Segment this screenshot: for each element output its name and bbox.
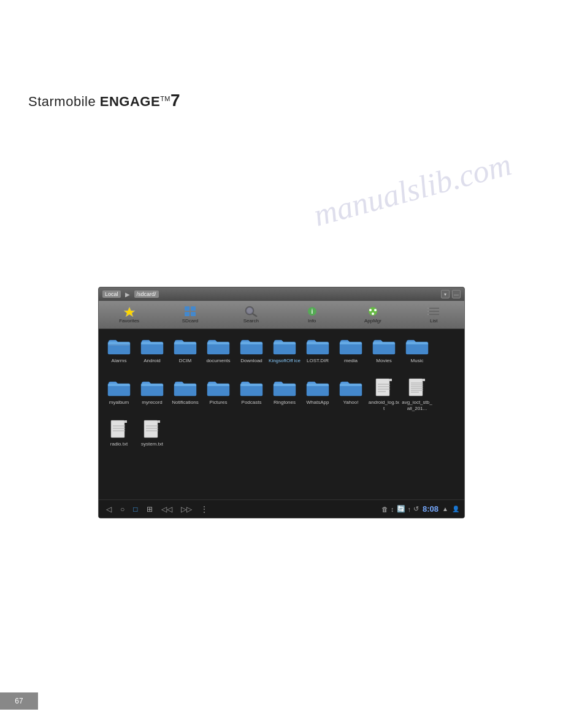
file-label: media (344, 358, 358, 364)
recent-nav-icon[interactable]: □ (131, 504, 140, 515)
svg-point-12 (374, 309, 377, 311)
file-item-pictures[interactable]: Pictures (202, 376, 235, 417)
txt-file-icon (109, 420, 129, 439)
sdcard-icon (183, 306, 197, 317)
file-label: Podcasts (242, 400, 262, 406)
folder-icon (240, 336, 263, 356)
delete-icon[interactable]: 🗑 (381, 506, 388, 513)
up-icon[interactable]: ↑ (408, 506, 412, 513)
svg-rect-2 (191, 306, 196, 311)
file-item-music[interactable]: Music (400, 334, 434, 376)
file-manager-window: Local ▶ /sdcard/ ▾ — Favorites (98, 287, 465, 518)
path-local[interactable]: Local (102, 290, 121, 298)
file-item-android[interactable]: Android (136, 334, 169, 376)
folder-icon (140, 336, 164, 356)
refresh-icon[interactable]: ↺ (413, 505, 419, 513)
file-label: Alarms (112, 358, 127, 364)
folder-icon (405, 336, 429, 356)
path-sdcard[interactable]: /sdcard/ (134, 290, 159, 298)
svg-rect-17 (427, 308, 429, 309)
grid-nav-icon[interactable]: ⊞ (144, 504, 155, 515)
file-item-documents[interactable]: documents (202, 334, 235, 376)
file-label: DCIM (179, 358, 191, 364)
toolbar-search[interactable]: Search (232, 306, 269, 324)
txt-file-icon (407, 378, 427, 398)
toolbar-sdcard[interactable]: SDcard (172, 306, 209, 324)
svg-rect-22 (389, 379, 392, 381)
file-item-lostdir[interactable]: LOST.DIR (301, 334, 334, 376)
file-item-myalbum[interactable]: myalbum (102, 376, 136, 417)
folder-icon (372, 336, 396, 356)
file-item-yahoo[interactable]: Yahoo! (334, 376, 367, 417)
toolbar-list[interactable]: List (415, 306, 452, 324)
txt-file-icon (373, 378, 394, 398)
appmgr-label: AppMgr (364, 318, 381, 324)
user-icon: 👤 (452, 506, 459, 512)
brand-name: Starmobile (28, 94, 96, 109)
file-item-whatsapp[interactable]: WhatsApp (301, 376, 334, 417)
info-label: Info (308, 318, 316, 324)
svg-rect-19 (427, 314, 429, 315)
toolbar-appmgr[interactable]: AppMgr (354, 306, 391, 324)
back-nav-icon[interactable]: ◁ (104, 504, 114, 515)
list-label: List (430, 318, 437, 324)
folder-icon (339, 378, 362, 398)
file-label: myalbum (109, 400, 129, 406)
svg-rect-36 (111, 420, 124, 438)
toolbar-info[interactable]: i Info (294, 306, 331, 324)
dropdown-btn[interactable]: ▾ (441, 290, 450, 298)
file-label: system.txt (141, 441, 163, 447)
file-item-avgioct[interactable]: avg_ioct_stb_all_201... (400, 376, 434, 417)
folder-icon (174, 336, 197, 356)
file-item-androidlog[interactable]: android_log.txt (367, 376, 400, 417)
file-item-dcim[interactable]: DCIM (169, 334, 202, 376)
file-item-systemtxt[interactable]: system.txt (136, 417, 169, 459)
file-label: android_log.txt (368, 400, 400, 411)
file-item-radiotxt[interactable]: radio.txt (102, 417, 136, 459)
favorites-icon (123, 306, 136, 317)
folder-icon (273, 336, 296, 356)
toolbar-favorites[interactable]: Favorites (111, 306, 148, 324)
upload-icon[interactable]: ↕ (391, 506, 394, 513)
menu-nav-icon[interactable]: ⋮ (198, 504, 210, 515)
file-item-movies[interactable]: Movies (367, 334, 400, 376)
folder-icon (273, 378, 296, 398)
folder-icon (207, 378, 230, 398)
file-label: Notifications (172, 400, 199, 406)
svg-text:i: i (311, 308, 313, 315)
svg-marker-0 (124, 307, 135, 317)
list-icon (427, 306, 440, 317)
file-item-kingsoftoffice[interactable]: KingsoftOff ice (268, 334, 301, 376)
file-label: radio.txt (110, 441, 128, 447)
file-item-notifications[interactable]: Notifications (169, 376, 202, 417)
folder-icon (207, 336, 230, 356)
file-label: Movies (376, 358, 391, 364)
file-label: myrecord (142, 400, 162, 406)
file-item-media[interactable]: media (334, 334, 367, 376)
file-item-alarms[interactable]: Alarms (102, 334, 136, 376)
svg-point-11 (369, 309, 372, 311)
folder-icon (107, 336, 131, 356)
sync-icon[interactable]: 🔄 (397, 505, 405, 513)
title-bar-path: Local ▶ /sdcard/ (102, 290, 439, 298)
file-item-podcasts[interactable]: Podcasts (235, 376, 268, 417)
file-item-ringtones[interactable]: Ringtones (268, 376, 301, 417)
prev-nav-icon[interactable]: ◁◁ (159, 504, 175, 515)
txt-file-icon (142, 420, 163, 439)
next-nav-icon[interactable]: ▷▷ (178, 504, 194, 515)
brand-title: Starmobile ENGAGETM7 (28, 91, 180, 110)
brand-model: 7 (170, 91, 180, 110)
folder-icon (107, 378, 131, 398)
file-item-download[interactable]: Download (235, 334, 268, 376)
appmgr-icon (366, 306, 380, 317)
file-label: documents (206, 358, 230, 364)
file-label: LOST.DIR (307, 358, 329, 364)
home-nav-icon[interactable]: ○ (118, 504, 127, 515)
svg-rect-27 (409, 379, 423, 396)
sdcard-label: SDcard (182, 318, 199, 324)
watermark: manualslib.com (310, 146, 515, 233)
svg-rect-44 (158, 420, 160, 423)
file-item-myrecord[interactable]: myrecord (136, 376, 169, 417)
svg-rect-4 (191, 312, 196, 316)
minimize-btn[interactable]: — (452, 290, 461, 298)
